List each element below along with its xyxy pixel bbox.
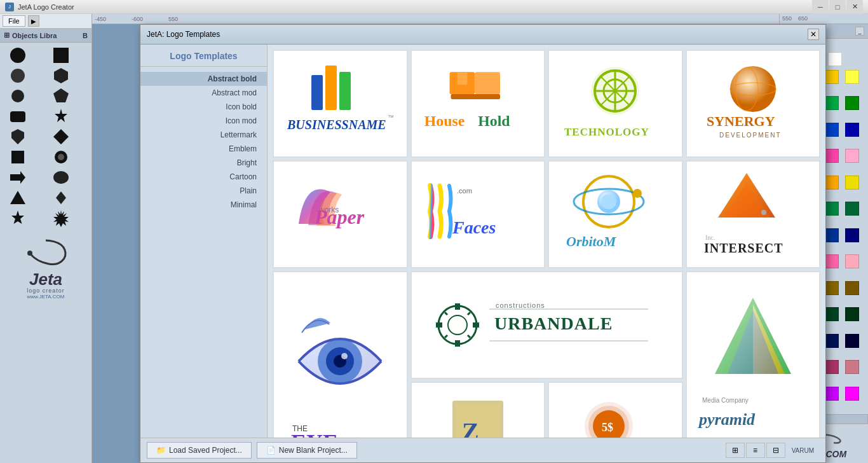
file-toolbar: File ▶ (0, 14, 92, 29)
shape-star-burst[interactable] (47, 209, 75, 227)
swatch-forest[interactable] (845, 96, 859, 110)
swatch-navy[interactable] (845, 123, 859, 137)
shape-circle-outline[interactable] (4, 67, 32, 85)
svg-text:Inc.: Inc. (705, 234, 715, 241)
app-icon: J (5, 3, 14, 11)
swatch-tan[interactable] (845, 281, 859, 295)
detail-view-button[interactable]: ⊟ (766, 443, 785, 458)
orbitum-logo: OrbitoM (555, 167, 675, 262)
swatch-darkest-blue[interactable] (825, 334, 839, 348)
svg-text:Z: Z (462, 417, 479, 438)
swatch-darkest-green[interactable] (845, 307, 859, 321)
template-technology[interactable]: TECHNOLOGY (548, 50, 683, 158)
template-paper[interactable]: Paper works (273, 160, 408, 268)
template-eye-security[interactable]: THE EYE security (273, 271, 408, 438)
svg-text:.com: .com (457, 187, 472, 195)
shape-diamond[interactable] (47, 128, 75, 146)
swatch-light-pink[interactable] (845, 149, 859, 163)
list-view-button[interactable]: ≡ (746, 443, 765, 458)
swatch-mauve[interactable] (825, 360, 839, 374)
shape-square-black[interactable] (47, 46, 75, 64)
minimize-button[interactable]: ─ (812, 0, 829, 14)
svg-text:BUSINESSNAME: BUSINESSNAME (287, 118, 386, 132)
swatch-fuchsia[interactable] (845, 387, 859, 401)
swatch-amber[interactable] (825, 176, 839, 190)
shape-diamond-sm[interactable] (47, 189, 75, 207)
svg-text:works: works (318, 205, 339, 214)
sidebar-item-abstract-mod[interactable]: Abstract mod (140, 86, 267, 100)
maximize-button[interactable]: □ (829, 0, 846, 14)
file-button[interactable]: File (3, 15, 25, 27)
template-household[interactable]: House Hold (410, 50, 546, 158)
svg-point-56 (761, 210, 766, 215)
shape-circle-black[interactable] (4, 46, 32, 64)
swatch-dusty-rose[interactable] (845, 360, 859, 374)
swatch-near-black-blue[interactable] (845, 334, 859, 348)
shape-circle-gear[interactable] (47, 148, 75, 166)
svg-rect-20 (311, 75, 323, 110)
sidebar-item-cartoon[interactable]: Cartoon (140, 170, 267, 184)
template-dollarstore[interactable]: 5$ DOLLAR STORE Everything Under 5$ (548, 382, 683, 438)
shape-hexagon[interactable] (47, 67, 75, 85)
shape-triangle[interactable] (4, 189, 32, 207)
swatch-blush[interactable] (845, 254, 859, 268)
swatch-dark-green[interactable] (825, 96, 839, 110)
shape-star[interactable] (47, 107, 75, 125)
template-urbandale[interactable]: constructions URBANDALE (410, 271, 683, 379)
template-pyramid[interactable]: Media Company pyramid (686, 271, 821, 438)
sidebar-item-plain[interactable]: Plain (140, 184, 267, 198)
shape-rounded-rect[interactable] (4, 107, 32, 125)
shape-shield[interactable] (4, 128, 32, 146)
swatch-dark-emerald[interactable] (845, 202, 859, 216)
shape-arrow-right[interactable] (4, 169, 32, 186)
template-synergy[interactable]: SYNERGY DEVELOPMENT (686, 50, 821, 158)
close-button[interactable]: ✕ (846, 0, 863, 14)
svg-marker-16 (56, 191, 66, 204)
template-orbitum[interactable]: OrbitoM (548, 160, 683, 268)
template-grid-area: BUSINESSNAME ™ (268, 45, 825, 438)
sidebar-item-icon-mod[interactable]: Icon mod (140, 114, 267, 128)
swatch-emerald[interactable] (825, 202, 839, 216)
jeta-url: www.JETA.COM (27, 294, 65, 300)
swatch-midnight[interactable] (845, 228, 859, 242)
template-intersect[interactable]: Inc. INTERSECT (686, 160, 821, 268)
swatch-bright-yellow[interactable] (845, 70, 859, 84)
shape-star-6[interactable] (4, 209, 32, 227)
svg-point-67 (448, 315, 467, 335)
modal-close-button[interactable]: ✕ (808, 29, 819, 40)
template-businessname[interactable]: BUSINESSNAME ™ (273, 50, 408, 158)
new-blank-project-button[interactable]: 📄 New Blank Project... (257, 442, 357, 459)
swatch-very-dark-green[interactable] (825, 307, 839, 321)
window-controls: ─ □ ✕ (812, 0, 863, 14)
sidebar-item-lettermark[interactable]: Lettermark (140, 128, 267, 142)
swatch-yellow[interactable] (825, 70, 839, 84)
svg-text:SYNERGY: SYNERGY (707, 113, 775, 129)
load-saved-project-button[interactable]: 📁 Load Saved Project... (147, 442, 252, 459)
svg-text:OrbitoM: OrbitoM (566, 233, 617, 249)
panel-collapse-button[interactable]: _ (855, 27, 864, 36)
template-solution[interactable]: Z Ingenious Solution (410, 382, 546, 438)
swatch-rose[interactable] (825, 254, 839, 268)
shape-blob[interactable] (47, 169, 75, 186)
sidebar-item-abstract-bold[interactable]: Abstract bold (140, 72, 267, 86)
shape-pentagon[interactable] (47, 87, 75, 105)
swatch-cobalt[interactable] (825, 228, 839, 242)
swatch-white[interactable] (828, 52, 842, 66)
grid-view-button[interactable]: ⊞ (726, 443, 745, 458)
svg-rect-1 (53, 48, 69, 63)
swatch-pink[interactable] (825, 149, 839, 163)
svg-text:House: House (424, 113, 465, 129)
swatch-dark-blue[interactable] (825, 123, 839, 137)
template-faces[interactable]: Faces .com (410, 160, 546, 268)
sidebar-item-icon-bold[interactable]: Icon bold (140, 100, 267, 114)
toolbar-icon[interactable]: ▶ (28, 15, 39, 27)
sidebar-item-minimal[interactable]: Minimal (140, 198, 267, 212)
shape-square-sm[interactable] (4, 148, 32, 166)
swatch-dark-gold[interactable] (825, 281, 839, 295)
sidebar-item-bright[interactable]: Bright (140, 156, 267, 170)
swatch-gold[interactable] (845, 176, 859, 190)
shape-circle-sm[interactable] (4, 87, 32, 105)
sidebar-item-emblem[interactable]: Emblem (140, 142, 267, 156)
swatch-bright-purple[interactable] (825, 387, 839, 401)
businessname-logo: BUSINESSNAME ™ (280, 56, 400, 151)
